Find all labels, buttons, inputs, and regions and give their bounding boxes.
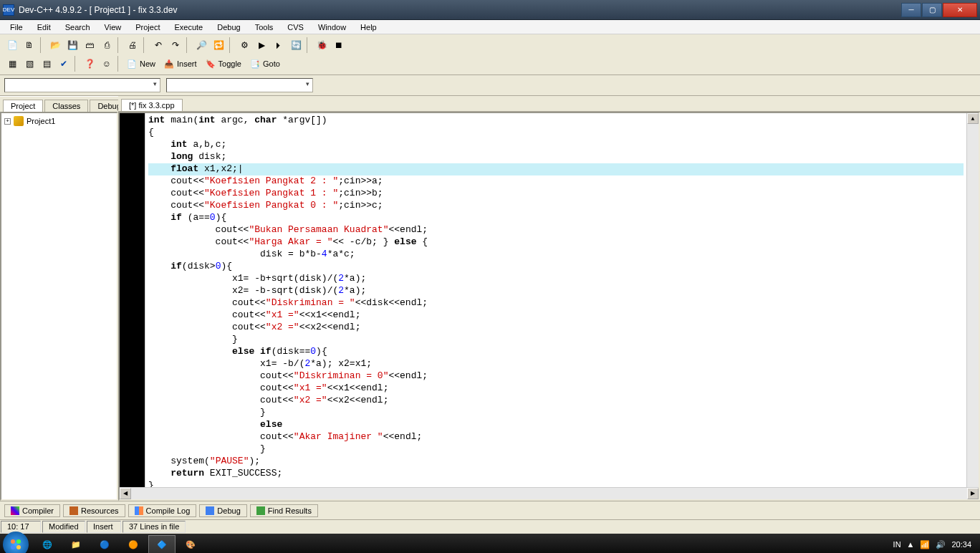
tab-project[interactable]: Project bbox=[3, 100, 43, 112]
app-icon: DEV bbox=[3, 4, 14, 16]
expand-icon[interactable]: + bbox=[4, 118, 11, 125]
tab-classes[interactable]: Classes bbox=[44, 100, 88, 112]
menu-execute[interactable]: Execute bbox=[167, 21, 210, 33]
titlebar: DEV Dev-C++ 4.9.9.2 - [ Project1 ] - fix… bbox=[0, 0, 980, 20]
svg-point-3 bbox=[16, 545, 21, 549]
rebuild-icon[interactable]: 🔄 bbox=[288, 37, 304, 53]
svg-point-2 bbox=[11, 545, 15, 549]
run-icon[interactable]: ▶ bbox=[254, 37, 269, 53]
tool-b-icon[interactable]: ▧ bbox=[21, 56, 37, 72]
close-button[interactable]: ✕ bbox=[943, 3, 977, 17]
editor-tab-file[interactable]: [*] fix 3.3.cpp bbox=[121, 99, 183, 111]
menu-search[interactable]: Search bbox=[58, 21, 97, 33]
tool-c-icon[interactable]: ▤ bbox=[39, 56, 54, 72]
replace-icon[interactable]: 🔁 bbox=[211, 37, 226, 53]
dropdown-row bbox=[0, 75, 980, 96]
taskbar-explorer-icon[interactable]: 📁 bbox=[62, 535, 90, 553]
menu-project[interactable]: Project bbox=[128, 21, 167, 33]
sidebar-tabs: Project Classes Debug bbox=[0, 96, 118, 112]
about-icon[interactable]: ☺ bbox=[99, 56, 115, 72]
undo-icon[interactable]: ↶ bbox=[150, 37, 166, 53]
horizontal-scrollbar[interactable] bbox=[120, 487, 979, 499]
new-button[interactable]: 📄New bbox=[125, 56, 160, 72]
tray-clock[interactable]: 20:34 bbox=[951, 540, 971, 549]
class-dropdown[interactable] bbox=[4, 78, 160, 92]
help-icon[interactable]: ❓ bbox=[82, 56, 97, 72]
toggle-button[interactable]: 🔖Toggle bbox=[203, 56, 246, 72]
close-file-icon[interactable]: ⎙ bbox=[99, 37, 115, 53]
project-name: Project1 bbox=[27, 117, 55, 125]
svg-point-1 bbox=[16, 539, 21, 544]
new-project-icon[interactable]: 🗎 bbox=[21, 37, 37, 53]
compile-run-icon[interactable]: ⏵ bbox=[271, 37, 287, 53]
editor-tabs: [*] fix 3.3.cpp bbox=[118, 96, 980, 112]
tray-network-icon[interactable]: 📶 bbox=[920, 540, 930, 549]
menu-debug[interactable]: Debug bbox=[210, 21, 247, 33]
menu-file[interactable]: File bbox=[3, 21, 30, 33]
menu-tools[interactable]: Tools bbox=[248, 21, 281, 33]
taskbar-ie-icon[interactable]: 🌐 bbox=[34, 535, 61, 553]
window-controls: ─ ▢ ✕ bbox=[900, 3, 977, 17]
statusbar: 10: 17 Modified Insert 37 Lines in file bbox=[0, 519, 980, 534]
menu-help[interactable]: Help bbox=[353, 21, 384, 33]
gutter bbox=[120, 113, 145, 487]
compile-log-icon bbox=[135, 506, 143, 515]
project-tree[interactable]: + Project1 bbox=[0, 112, 118, 501]
stop-icon[interactable]: ⏹ bbox=[331, 37, 347, 53]
code-editor[interactable]: int main(int argc, char *argv[]){ int a,… bbox=[120, 113, 979, 487]
toolbars: 📄 🗎 📂 💾 🗃 ⎙ 🖨 ↶ ↷ 🔎 🔁 ⚙ ▶ ⏵ 🔄 🐞 ⏹ ▦ ▧ ▤ … bbox=[0, 34, 980, 75]
tray-lang[interactable]: IN bbox=[893, 540, 901, 549]
print-icon[interactable]: 🖨 bbox=[125, 37, 140, 53]
tool-a-icon[interactable]: ▦ bbox=[4, 56, 20, 72]
compile-icon[interactable]: ⚙ bbox=[236, 37, 252, 53]
taskbar: 🌐 📁 🔵 🟠 🔷 🎨 IN ▲ 📶 🔊 20:34 bbox=[0, 534, 980, 553]
tab-resources[interactable]: Resources bbox=[63, 504, 125, 517]
debug-tab-icon bbox=[206, 506, 214, 515]
taskbar-app-icon[interactable]: 🟠 bbox=[120, 535, 147, 553]
redo-icon[interactable]: ↷ bbox=[168, 37, 183, 53]
resources-icon bbox=[69, 506, 78, 515]
tray-flag-icon[interactable]: ▲ bbox=[907, 540, 915, 549]
new-file-icon[interactable]: 📄 bbox=[4, 37, 20, 53]
editor-area: int main(int argc, char *argv[]){ int a,… bbox=[118, 112, 980, 501]
project-icon bbox=[14, 116, 24, 126]
taskbar-paint-icon[interactable]: 🎨 bbox=[177, 535, 204, 553]
status-position: 10: 17 bbox=[1, 521, 41, 533]
tool-d-icon[interactable]: ✔ bbox=[56, 56, 72, 72]
minimize-button[interactable]: ─ bbox=[901, 3, 921, 17]
taskbar-devcpp-icon[interactable]: 🔷 bbox=[148, 535, 176, 553]
vertical-scrollbar[interactable] bbox=[966, 113, 979, 487]
tree-root[interactable]: + Project1 bbox=[4, 116, 114, 126]
code-content[interactable]: int main(int argc, char *argv[]){ int a,… bbox=[145, 113, 966, 487]
open-icon[interactable]: 📂 bbox=[47, 37, 63, 53]
tab-find-results[interactable]: Find Results bbox=[250, 504, 318, 517]
save-icon[interactable]: 💾 bbox=[64, 37, 80, 53]
save-all-icon[interactable]: 🗃 bbox=[82, 37, 97, 53]
start-button[interactable] bbox=[3, 532, 29, 553]
goto-button[interactable]: 📑Goto bbox=[248, 56, 285, 72]
output-tabs: Compiler Resources Compile Log Debug Fin… bbox=[0, 501, 980, 519]
tray-volume-icon[interactable]: 🔊 bbox=[936, 540, 946, 549]
menu-window[interactable]: Window bbox=[311, 21, 353, 33]
insert-button[interactable]: 📥Insert bbox=[162, 56, 202, 72]
compiler-icon bbox=[11, 506, 19, 515]
menu-edit[interactable]: Edit bbox=[30, 21, 58, 33]
menu-view[interactable]: View bbox=[97, 21, 129, 33]
function-dropdown[interactable] bbox=[166, 78, 313, 92]
debug-icon[interactable]: 🐞 bbox=[314, 37, 330, 53]
window-title: Dev-C++ 4.9.9.2 - [ Project1 ] - fix 3.3… bbox=[19, 5, 900, 15]
tab-output-debug[interactable]: Debug bbox=[199, 504, 246, 517]
find-icon[interactable]: 🔎 bbox=[193, 37, 209, 53]
svg-point-0 bbox=[11, 539, 15, 544]
status-mode: Insert bbox=[87, 521, 121, 533]
status-modified: Modified bbox=[42, 521, 85, 533]
tab-compile-log[interactable]: Compile Log bbox=[128, 504, 197, 517]
tab-compiler[interactable]: Compiler bbox=[4, 504, 60, 517]
taskbar-chrome-icon[interactable]: 🔵 bbox=[91, 535, 118, 553]
find-results-icon bbox=[256, 506, 265, 515]
menu-cvs[interactable]: CVS bbox=[280, 21, 311, 33]
system-tray: IN ▲ 📶 🔊 20:34 bbox=[888, 540, 977, 549]
menubar: File Edit Search View Project Execute De… bbox=[0, 20, 980, 34]
maximize-button[interactable]: ▢ bbox=[922, 3, 942, 17]
status-lines: 37 Lines in file bbox=[123, 521, 186, 533]
